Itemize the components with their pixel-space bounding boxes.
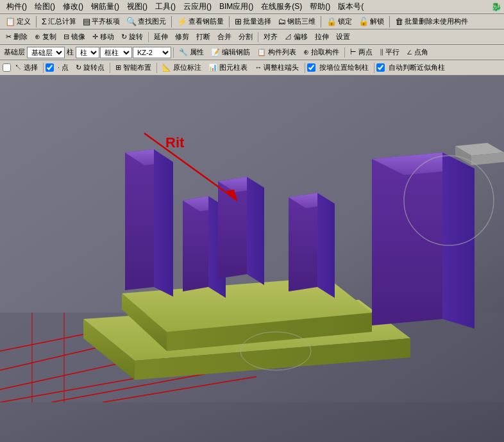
- align-button[interactable]: 对齐: [260, 31, 281, 43]
- col-type-label: 柱: [65, 47, 75, 57]
- menu-view[interactable]: 视图(): [123, 0, 151, 13]
- rotate-button[interactable]: ↻ 旋转: [118, 31, 146, 43]
- menu-tools[interactable]: 工具(): [151, 0, 180, 13]
- sep-r2b: [258, 32, 258, 42]
- batch-select-button[interactable]: ⊞批量选择: [232, 15, 274, 28]
- frame-col-select[interactable]: 框柱: [100, 47, 132, 58]
- unlock-button[interactable]: 🔓解锁: [356, 15, 387, 28]
- sum-calc-button[interactable]: Σ汇总计算: [39, 15, 79, 28]
- menubar: 构件() 绘图() 修改() 钢筋量() 视图() 工具() 云应用() BIM…: [0, 0, 504, 14]
- sep-r3b: [344, 47, 345, 58]
- auto-corner-button[interactable]: 自动判断近似角柱: [385, 61, 448, 74]
- lock-button[interactable]: 🔒锁定: [324, 15, 355, 28]
- main-scene-area: Rit: [0, 76, 504, 442]
- element-table-button[interactable]: 📊 图元柱表: [205, 61, 251, 74]
- menu-version[interactable]: 版本号(: [334, 0, 367, 13]
- svg-marker-16: [125, 149, 154, 290]
- adjust-col-end-button[interactable]: ↔ 调整柱端头: [251, 61, 302, 74]
- menu-modify[interactable]: 修改(): [59, 0, 87, 13]
- col-id-select[interactable]: KZ-2: [133, 47, 171, 58]
- two-point-button[interactable]: ⊢ 两点: [347, 46, 376, 58]
- wall-col-checkbox[interactable]: [307, 63, 315, 72]
- select-checkbox[interactable]: [3, 63, 11, 72]
- svg-marker-25: [289, 193, 317, 291]
- inplace-dim-button[interactable]: 📐 原位标注: [159, 61, 205, 74]
- sep-r4a: [43, 63, 44, 73]
- sep5: [389, 16, 390, 28]
- split-button[interactable]: 分割: [235, 31, 256, 43]
- parallel-button[interactable]: ∥ 平行: [376, 46, 403, 58]
- define-button[interactable]: 📋定义: [3, 15, 33, 28]
- rotate-point-button[interactable]: ↻ 旋转点: [72, 61, 108, 74]
- sep-r4c: [156, 63, 157, 73]
- stretch-button[interactable]: 拉伸: [312, 31, 332, 43]
- smart-layout-button[interactable]: ⊞ 智能布置: [112, 61, 155, 74]
- svg-marker-27: [317, 193, 335, 298]
- sep-r2: [148, 32, 149, 42]
- delete-button[interactable]: ✂ 删除: [3, 31, 31, 43]
- toolbar-row3: 基础层 基础层 柱 柱 框柱 KZ-2 🔧 属性 📝 编辑钢筋 📋 构件列表 ⊕…: [0, 45, 504, 60]
- menu-component[interactable]: 构件(): [3, 0, 31, 13]
- sep-r3: [173, 47, 174, 58]
- menu-rebar-qty[interactable]: 钢筋量(): [87, 0, 123, 13]
- col-type-select[interactable]: 柱: [76, 47, 99, 58]
- sep-r4e: [374, 63, 374, 73]
- menu-online[interactable]: 在线服务(S): [257, 0, 306, 13]
- sep4: [321, 16, 321, 28]
- scene-svg: Rit: [0, 76, 504, 402]
- trim-button[interactable]: 修剪: [172, 31, 192, 43]
- close-icon[interactable]: 🐉: [491, 2, 501, 12]
- sep1: [36, 16, 37, 28]
- layer-label: 基础层: [3, 47, 26, 57]
- component-list-button[interactable]: 📋 构件列表: [254, 46, 299, 58]
- mirror-button[interactable]: ⊟ 镜像: [60, 31, 88, 43]
- wall-col-draw-button[interactable]: 按墙位置绘制柱: [316, 61, 372, 74]
- align-slab-button[interactable]: ▤平齐板项: [80, 15, 122, 28]
- copy-button[interactable]: ⊕ 复制: [31, 31, 60, 43]
- 3d-scene[interactable]: Rit: [0, 76, 504, 442]
- toolbar-row2: ✂ 删除 ⊕ 复制 ⊟ 镜像 ✛ 移动 ↻ 旋转 延伸 修剪 打断 合并 分割 …: [0, 29, 504, 45]
- rebar-3d-button[interactable]: 🗂钢筋三维: [275, 15, 318, 28]
- edit-rebar-button[interactable]: 📝 编辑钢筋: [208, 46, 253, 58]
- settings-button[interactable]: 设置: [333, 31, 353, 43]
- svg-marker-18: [154, 149, 173, 297]
- check-rebar-button[interactable]: ⚡查看钢筋量: [174, 15, 226, 28]
- svg-marker-24: [247, 177, 264, 285]
- menu-help[interactable]: 帮助(): [306, 0, 334, 13]
- merge-button[interactable]: 合并: [214, 31, 235, 43]
- toolbar-row4: ↖ 选择 · 点 ↻ 旋转点 ⊞ 智能布置 📐 原位标注 📊 图元柱表 ↔ 调整…: [0, 60, 504, 76]
- select-button[interactable]: ↖ 选择: [12, 61, 41, 74]
- find-element-button[interactable]: 🔍查找图元: [124, 15, 169, 28]
- menu-bim[interactable]: BIM应用(): [215, 0, 257, 13]
- extend-button[interactable]: 延伸: [151, 31, 171, 43]
- svg-marker-28: [372, 152, 442, 325]
- move-button[interactable]: ✛ 移动: [89, 31, 117, 43]
- point-angle-button[interactable]: ∠ 点角: [403, 46, 432, 58]
- offset-button[interactable]: ⊿ 偏移: [281, 31, 311, 43]
- menu-cloud[interactable]: 云应用(): [180, 0, 215, 13]
- point-button[interactable]: · 点: [55, 61, 72, 74]
- auto-corner-checkbox[interactable]: [376, 63, 385, 72]
- sep-r4d: [305, 63, 305, 73]
- svg-text:Rit: Rit: [165, 135, 185, 151]
- point-checkbox[interactable]: [46, 63, 54, 72]
- menu-draw[interactable]: 绘图(): [31, 0, 59, 13]
- sep3: [229, 16, 230, 28]
- layer-select[interactable]: 基础层: [27, 47, 65, 58]
- batch-delete-button[interactable]: 🗑批量删除未使用构件: [392, 15, 471, 28]
- sep2: [171, 16, 172, 28]
- toolbar-row1: 📋定义 Σ汇总计算 ▤平齐板项 🔍查找图元 ⚡查看钢筋量 ⊞批量选择 🗂钢筋三维…: [0, 14, 504, 29]
- pick-component-button[interactable]: ⊕ 抬取构件: [300, 46, 342, 58]
- sep-r4b: [110, 63, 110, 73]
- break-button[interactable]: 打断: [193, 31, 214, 43]
- property-button[interactable]: 🔧 属性: [176, 46, 207, 58]
